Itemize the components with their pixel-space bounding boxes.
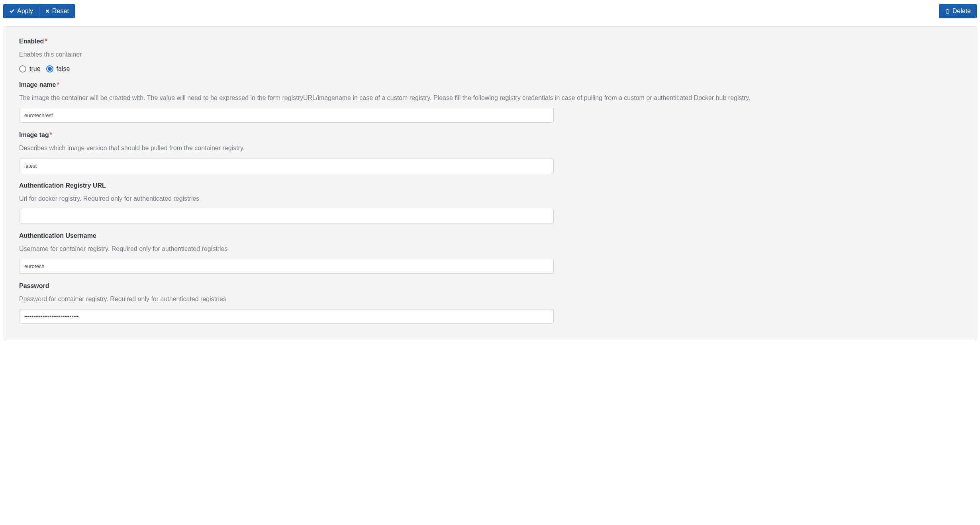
password-desc: Password for container registry. Require… bbox=[19, 294, 961, 304]
field-enabled: Enabled* Enables this container true fal… bbox=[19, 38, 961, 72]
required-asterisk: * bbox=[45, 38, 47, 45]
auth-registry-url-label: Authentication Registry URL bbox=[19, 182, 106, 189]
enabled-radio-group: true false bbox=[19, 65, 961, 72]
password-label: Password bbox=[19, 282, 49, 289]
enabled-radio-true-label: true bbox=[29, 65, 41, 72]
image-name-desc: The image the container will be created … bbox=[19, 93, 961, 102]
image-name-label: Image name bbox=[19, 81, 56, 88]
trash-icon bbox=[945, 8, 950, 14]
image-tag-desc: Describes which image version that shoul… bbox=[19, 143, 961, 153]
check-icon bbox=[9, 8, 15, 14]
delete-label: Delete bbox=[953, 8, 971, 15]
apply-button[interactable]: Apply bbox=[3, 4, 39, 18]
auth-username-input[interactable] bbox=[19, 259, 554, 274]
field-auth-username: Authentication Username Username for con… bbox=[19, 232, 961, 274]
auth-username-label: Authentication Username bbox=[19, 232, 96, 239]
enabled-label: Enabled bbox=[19, 38, 44, 45]
reset-label: Reset bbox=[52, 8, 69, 15]
field-auth-registry-url: Authentication Registry URL Url for dock… bbox=[19, 182, 961, 223]
field-image-tag: Image tag* Describes which image version… bbox=[19, 131, 961, 173]
auth-registry-url-input[interactable] bbox=[19, 209, 554, 223]
password-input[interactable] bbox=[19, 309, 554, 324]
image-tag-input[interactable] bbox=[19, 159, 554, 173]
image-tag-label: Image tag bbox=[19, 131, 49, 138]
enabled-radio-true[interactable] bbox=[19, 65, 26, 72]
toolbar: Apply Reset Delete bbox=[0, 0, 980, 26]
apply-label: Apply bbox=[17, 8, 33, 15]
toolbar-right-group: Delete bbox=[939, 4, 977, 18]
image-name-input[interactable] bbox=[19, 108, 554, 123]
form-panel: Enabled* Enables this container true fal… bbox=[4, 26, 976, 340]
field-password: Password Password for container registry… bbox=[19, 282, 961, 324]
field-image-name: Image name* The image the container will… bbox=[19, 81, 961, 123]
close-icon bbox=[45, 9, 50, 14]
enabled-radio-false-label: false bbox=[57, 65, 70, 72]
enabled-radio-true-wrap[interactable]: true bbox=[19, 65, 41, 72]
required-asterisk: * bbox=[50, 131, 52, 138]
enabled-radio-false[interactable] bbox=[46, 65, 53, 72]
delete-button[interactable]: Delete bbox=[939, 4, 977, 18]
enabled-radio-false-wrap[interactable]: false bbox=[46, 65, 70, 72]
toolbar-left-group: Apply Reset bbox=[3, 4, 75, 18]
required-asterisk: * bbox=[57, 81, 59, 88]
auth-username-desc: Username for container registry. Require… bbox=[19, 244, 961, 253]
reset-button[interactable]: Reset bbox=[39, 4, 75, 18]
auth-registry-url-desc: Url for docker registry. Required only f… bbox=[19, 194, 961, 203]
enabled-desc: Enables this container bbox=[19, 50, 961, 59]
